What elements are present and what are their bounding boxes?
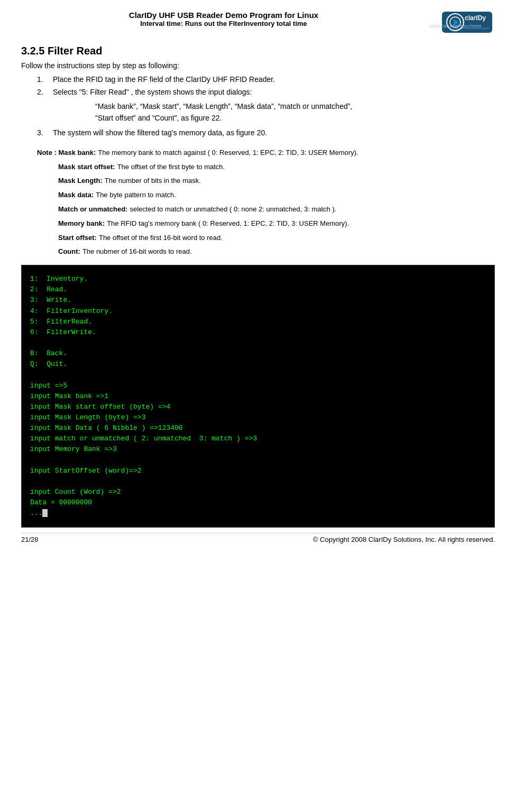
terminal-block: 1: Inventory. 2: Read. 3: Write. 4: Filt…	[21, 265, 495, 528]
note-mask-data-label: Mask data:	[58, 190, 94, 201]
note-match-label: Match or unmatched:	[58, 204, 127, 215]
document-title: ClarIDy UHF USB Reader Demo Program for …	[21, 11, 426, 20]
copyright-text: © Copyright 2008 ClarIDy Solutions, Inc.…	[313, 536, 495, 543]
page-footer: 21/28 © Copyright 2008 ClarIDy Solutions…	[21, 533, 495, 543]
note-memory-bank-text: The RFID tag's memory bank ( 0: Reserved…	[107, 218, 349, 229]
note-match-text: selected to match or unmatched ( 0: none…	[130, 204, 336, 215]
note-count-label: Count:	[58, 246, 80, 257]
note-mask-start-text: The offset of the first byte to match.	[117, 162, 225, 173]
note-start-offset-line: Start offset: The offset of the first 16…	[58, 233, 495, 244]
step-num	[37, 100, 48, 124]
note-heading-label: Note : Mask bank:	[37, 147, 96, 159]
step-text: The system will show the filtered tag’s …	[53, 128, 267, 137]
note-heading-line: Note : Mask bank: The memory bank to mat…	[37, 147, 495, 159]
svg-text:clarIDy: clarIDy	[465, 14, 486, 22]
svg-text:ADVANCED RFID SOLUTIONS: ADVANCED RFID SOLUTIONS	[429, 24, 481, 28]
note-memory-bank-label: Memory bank:	[58, 218, 105, 229]
page-number: 21/28	[21, 536, 39, 543]
note-count-line: Count: The nubmer of 16-bit words to rea…	[58, 246, 495, 257]
step-num: 1.	[37, 75, 48, 84]
note-mask-length-text: The number of bits in the mask.	[105, 176, 201, 187]
list-item-indent: “Mask bank”, “Mask start”, “Mask Length”…	[37, 100, 495, 124]
note-match-line: Match or unmatched: selected to match or…	[58, 204, 495, 215]
header-text-block: ClarIDy UHF USB Reader Demo Program for …	[21, 11, 426, 27]
note-start-offset-text: The offset of the first 16-bit word to r…	[99, 233, 223, 244]
list-item: 2. Selects "5: Filter Read" , the system…	[37, 88, 495, 96]
note-memory-bank-line: Memory bank: The RFID tag's memory bank …	[58, 218, 495, 229]
claridy-logo: clarIDy ADVANCED RFID SOLUTIONS	[426, 11, 495, 40]
note-mask-length-label: Mask Length:	[58, 176, 103, 187]
note-mask-bank-text: The memory bank to match against ( 0: Re…	[98, 147, 358, 159]
intro-text: Follow the instructions step by step as …	[21, 61, 495, 70]
indent-text: “Mask bank”, “Mask start”, “Mask Length”…	[95, 100, 352, 124]
subtitle-value: Runs out the FIterInventory total time	[185, 20, 307, 27]
step-num: 2.	[37, 88, 48, 96]
note-start-offset-label: Start offset:	[58, 233, 97, 244]
steps-list: 1. Place the RFID tag in the RF field of…	[37, 75, 495, 137]
note-mask-length-line: Mask Length: The number of bits in the m…	[58, 176, 495, 187]
indent-content: “Mask bank”, “Mask start”, “Mask Length”…	[95, 102, 352, 122]
step-num: 3.	[37, 128, 48, 137]
note-count-text: The nubmer of 16-bit words to read.	[82, 246, 192, 257]
note-mask-start-label: Mask start offset:	[58, 162, 115, 173]
section-title: 3.2.5 Filter Read	[21, 45, 495, 57]
logo-container: clarIDy ADVANCED RFID SOLUTIONS	[426, 11, 495, 40]
notes-section: Note : Mask bank: The memory bank to mat…	[37, 147, 495, 257]
list-item: 1. Place the RFID tag in the RF field of…	[37, 75, 495, 84]
header-subtitle: Interval time: Runs out the FIterInvento…	[21, 20, 426, 27]
note-mask-data-text: The byte pattern to match.	[96, 190, 176, 201]
page-header: ClarIDy UHF USB Reader Demo Program for …	[21, 11, 495, 40]
list-item: 3. The system will show the filtered tag…	[37, 128, 495, 137]
subtitle-label: Interval time:	[140, 20, 183, 27]
note-mask-data-line: Mask data: The byte pattern to match.	[58, 190, 495, 201]
step-text: Selects "5: Filter Read" , the system sh…	[53, 88, 252, 96]
terminal-cursor	[42, 509, 48, 517]
step-text: Place the RFID tag in the RF field of th…	[53, 75, 275, 84]
note-mask-start-line: Mask start offset: The offset of the fir…	[58, 162, 495, 173]
